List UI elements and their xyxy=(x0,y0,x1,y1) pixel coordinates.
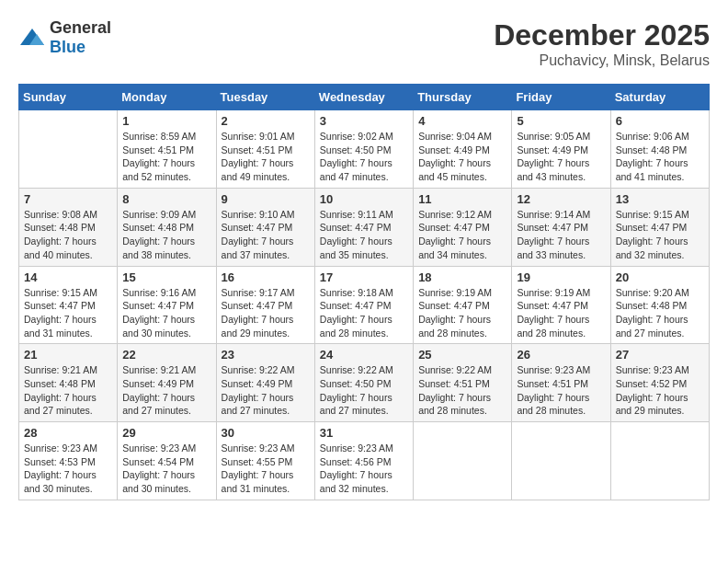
day-info: Sunrise: 9:19 AMSunset: 4:47 PMDaylight:… xyxy=(418,286,506,340)
day-info: Sunrise: 9:10 AMSunset: 4:47 PMDaylight:… xyxy=(222,208,310,262)
calendar-cell xyxy=(512,422,610,500)
day-number: 8 xyxy=(122,192,210,206)
day-info: Sunrise: 9:06 AMSunset: 4:48 PMDaylight:… xyxy=(616,130,704,184)
day-info: Sunrise: 9:08 AMSunset: 4:48 PMDaylight:… xyxy=(24,208,112,262)
calendar-cell: 25Sunrise: 9:22 AMSunset: 4:51 PMDayligh… xyxy=(414,344,512,422)
day-number: 5 xyxy=(517,114,605,128)
calendar-cell: 26Sunrise: 9:23 AMSunset: 4:51 PMDayligh… xyxy=(512,344,610,422)
day-info: Sunrise: 9:04 AMSunset: 4:49 PMDaylight:… xyxy=(418,130,506,184)
calendar-cell: 28Sunrise: 9:23 AMSunset: 4:53 PMDayligh… xyxy=(19,422,118,500)
calendar-cell: 6Sunrise: 9:06 AMSunset: 4:48 PMDaylight… xyxy=(610,110,709,189)
day-info: Sunrise: 9:14 AMSunset: 4:47 PMDaylight:… xyxy=(517,208,605,262)
day-number: 14 xyxy=(24,270,112,284)
day-info: Sunrise: 9:16 AMSunset: 4:47 PMDaylight:… xyxy=(122,286,210,340)
col-header-friday: Friday xyxy=(512,85,610,110)
calendar-cell: 14Sunrise: 9:15 AMSunset: 4:47 PMDayligh… xyxy=(19,266,118,344)
day-info: Sunrise: 9:21 AMSunset: 4:49 PMDaylight:… xyxy=(122,363,210,418)
calendar-cell: 9Sunrise: 9:10 AMSunset: 4:47 PMDaylight… xyxy=(216,188,314,266)
calendar-cell: 5Sunrise: 9:05 AMSunset: 4:49 PMDaylight… xyxy=(512,110,610,189)
col-header-wednesday: Wednesday xyxy=(314,85,413,110)
day-info: Sunrise: 9:17 AMSunset: 4:47 PMDaylight:… xyxy=(222,286,310,340)
calendar-table: SundayMondayTuesdayWednesdayThursdayFrid… xyxy=(18,84,710,500)
day-number: 11 xyxy=(418,192,506,206)
day-info: Sunrise: 9:22 AMSunset: 4:50 PMDaylight:… xyxy=(320,363,408,418)
day-number: 27 xyxy=(616,348,704,362)
day-number: 31 xyxy=(320,426,408,440)
day-number: 25 xyxy=(418,348,506,362)
title-block: December 2025 Puchavicy, Minsk, Belarus xyxy=(494,18,710,69)
calendar-cell: 19Sunrise: 9:19 AMSunset: 4:47 PMDayligh… xyxy=(512,266,610,344)
month-title: December 2025 xyxy=(494,18,710,52)
day-info: Sunrise: 9:23 AMSunset: 4:52 PMDaylight:… xyxy=(616,363,704,418)
day-info: Sunrise: 9:02 AMSunset: 4:50 PMDaylight:… xyxy=(320,130,408,184)
calendar-week-1: 1Sunrise: 8:59 AMSunset: 4:51 PMDaylight… xyxy=(19,110,710,189)
calendar-cell: 3Sunrise: 9:02 AMSunset: 4:50 PMDaylight… xyxy=(314,110,413,189)
calendar-cell: 22Sunrise: 9:21 AMSunset: 4:49 PMDayligh… xyxy=(118,344,216,422)
calendar-cell: 31Sunrise: 9:23 AMSunset: 4:56 PMDayligh… xyxy=(314,422,413,500)
location-title: Puchavicy, Minsk, Belarus xyxy=(494,52,710,69)
day-number: 16 xyxy=(222,270,310,284)
day-info: Sunrise: 9:21 AMSunset: 4:48 PMDaylight:… xyxy=(24,363,112,418)
calendar-cell: 4Sunrise: 9:04 AMSunset: 4:49 PMDaylight… xyxy=(414,110,512,189)
calendar-cell: 23Sunrise: 9:22 AMSunset: 4:49 PMDayligh… xyxy=(216,344,314,422)
day-number: 26 xyxy=(517,348,605,362)
day-number: 9 xyxy=(222,192,310,206)
calendar-cell: 16Sunrise: 9:17 AMSunset: 4:47 PMDayligh… xyxy=(216,266,314,344)
day-info: Sunrise: 9:20 AMSunset: 4:48 PMDaylight:… xyxy=(616,286,704,340)
calendar-header-row: SundayMondayTuesdayWednesdayThursdayFrid… xyxy=(19,85,710,110)
calendar-week-4: 21Sunrise: 9:21 AMSunset: 4:48 PMDayligh… xyxy=(19,344,710,422)
calendar-cell: 20Sunrise: 9:20 AMSunset: 4:48 PMDayligh… xyxy=(610,266,709,344)
col-header-thursday: Thursday xyxy=(414,85,512,110)
calendar-cell xyxy=(414,422,512,500)
day-info: Sunrise: 9:12 AMSunset: 4:47 PMDaylight:… xyxy=(418,208,506,262)
day-number: 15 xyxy=(122,270,210,284)
day-number: 23 xyxy=(222,348,310,362)
calendar-cell: 24Sunrise: 9:22 AMSunset: 4:50 PMDayligh… xyxy=(314,344,413,422)
day-info: Sunrise: 9:01 AMSunset: 4:51 PMDaylight:… xyxy=(222,130,310,184)
day-info: Sunrise: 9:23 AMSunset: 4:53 PMDaylight:… xyxy=(24,442,112,496)
calendar-cell: 10Sunrise: 9:11 AMSunset: 4:47 PMDayligh… xyxy=(314,188,413,266)
day-number: 22 xyxy=(122,348,210,362)
day-number: 2 xyxy=(222,114,310,128)
day-number: 3 xyxy=(320,114,408,128)
day-number: 1 xyxy=(122,114,210,128)
day-info: Sunrise: 9:11 AMSunset: 4:47 PMDaylight:… xyxy=(320,208,408,262)
calendar-cell: 11Sunrise: 9:12 AMSunset: 4:47 PMDayligh… xyxy=(414,188,512,266)
day-number: 4 xyxy=(418,114,506,128)
calendar-cell: 18Sunrise: 9:19 AMSunset: 4:47 PMDayligh… xyxy=(414,266,512,344)
logo-icon xyxy=(18,27,46,49)
day-number: 7 xyxy=(24,192,112,206)
day-info: Sunrise: 9:15 AMSunset: 4:47 PMDaylight:… xyxy=(24,286,112,340)
calendar-cell: 21Sunrise: 9:21 AMSunset: 4:48 PMDayligh… xyxy=(19,344,118,422)
page-header: General Blue December 2025 Puchavicy, Mi… xyxy=(18,18,710,69)
calendar-cell: 27Sunrise: 9:23 AMSunset: 4:52 PMDayligh… xyxy=(610,344,709,422)
day-number: 13 xyxy=(616,192,704,206)
col-header-monday: Monday xyxy=(118,85,216,110)
calendar-cell: 15Sunrise: 9:16 AMSunset: 4:47 PMDayligh… xyxy=(118,266,216,344)
calendar-cell xyxy=(610,422,709,500)
calendar-cell: 8Sunrise: 9:09 AMSunset: 4:48 PMDaylight… xyxy=(118,188,216,266)
day-info: Sunrise: 9:23 AMSunset: 4:51 PMDaylight:… xyxy=(517,363,605,418)
day-info: Sunrise: 9:18 AMSunset: 4:47 PMDaylight:… xyxy=(320,286,408,340)
calendar-week-3: 14Sunrise: 9:15 AMSunset: 4:47 PMDayligh… xyxy=(19,266,710,344)
day-info: Sunrise: 9:23 AMSunset: 4:55 PMDaylight:… xyxy=(222,442,310,496)
calendar-week-5: 28Sunrise: 9:23 AMSunset: 4:53 PMDayligh… xyxy=(19,422,710,500)
logo-general: General xyxy=(50,18,111,37)
day-number: 6 xyxy=(616,114,704,128)
day-info: Sunrise: 9:09 AMSunset: 4:48 PMDaylight:… xyxy=(122,208,210,262)
day-info: Sunrise: 9:22 AMSunset: 4:49 PMDaylight:… xyxy=(222,363,310,418)
day-number: 30 xyxy=(222,426,310,440)
calendar-week-2: 7Sunrise: 9:08 AMSunset: 4:48 PMDaylight… xyxy=(19,188,710,266)
day-number: 17 xyxy=(320,270,408,284)
col-header-tuesday: Tuesday xyxy=(216,85,314,110)
logo-text: General Blue xyxy=(50,18,111,57)
calendar-cell: 30Sunrise: 9:23 AMSunset: 4:55 PMDayligh… xyxy=(216,422,314,500)
day-number: 21 xyxy=(24,348,112,362)
calendar-cell: 7Sunrise: 9:08 AMSunset: 4:48 PMDaylight… xyxy=(19,188,118,266)
calendar-cell: 12Sunrise: 9:14 AMSunset: 4:47 PMDayligh… xyxy=(512,188,610,266)
day-number: 28 xyxy=(24,426,112,440)
calendar-cell: 17Sunrise: 9:18 AMSunset: 4:47 PMDayligh… xyxy=(314,266,413,344)
col-header-sunday: Sunday xyxy=(19,85,118,110)
day-number: 20 xyxy=(616,270,704,284)
calendar-cell: 1Sunrise: 8:59 AMSunset: 4:51 PMDaylight… xyxy=(118,110,216,189)
